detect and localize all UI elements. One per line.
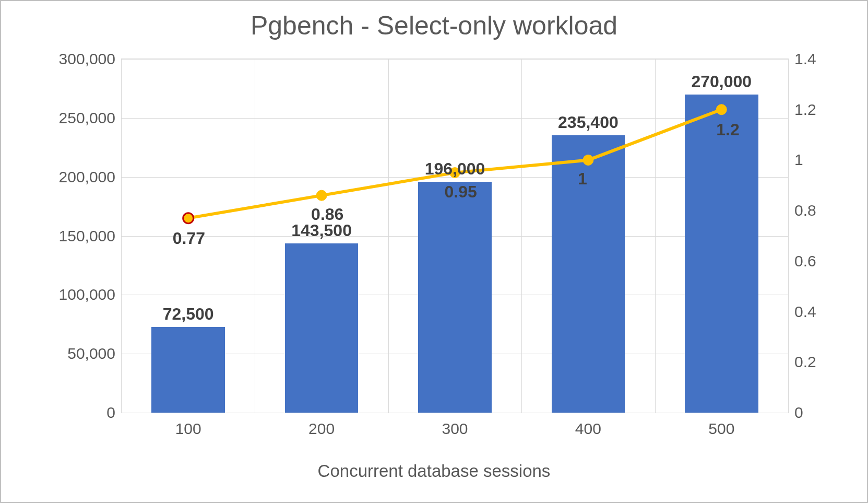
y1-tick-label: 250,000 xyxy=(59,109,122,127)
y1-tick-label: 100,000 xyxy=(59,286,122,303)
x-tick-label: 300 xyxy=(442,413,468,438)
y2-tick-label: 0.4 xyxy=(788,303,816,321)
x-tick-label: 500 xyxy=(708,413,734,438)
line-data-label: 0.86 xyxy=(311,205,343,224)
line-data-label: 1 xyxy=(578,169,587,189)
y2-tick-label: 0.6 xyxy=(788,252,816,270)
plot-area: 72,500143,500196,000235,400270,0000.770.… xyxy=(121,59,789,413)
y1-tick-label: 300,000 xyxy=(59,50,122,68)
y1-tick-label: 200,000 xyxy=(59,168,122,186)
x-axis-label: Concurrent database sessions xyxy=(1,461,867,481)
chart-title: Pgbench - Select-only workload xyxy=(1,10,867,41)
y2-tick-label: 1.2 xyxy=(788,101,816,119)
line-data-label: 0.95 xyxy=(445,182,477,202)
line-data-label: 0.77 xyxy=(173,229,205,248)
line-data-label: 1.2 xyxy=(716,120,739,139)
bar-data-label: 270,000 xyxy=(691,72,752,91)
y2-tick-label: 0.2 xyxy=(788,353,816,371)
x-tick-label: 400 xyxy=(575,413,601,438)
y2-tick-label: 0 xyxy=(788,404,803,422)
chart-container: Pgbench - Select-only workload Physical … xyxy=(0,0,868,503)
bar-data-label: 72,500 xyxy=(163,305,214,324)
x-tick-label: 200 xyxy=(308,413,335,438)
x-tick-label: 100 xyxy=(175,413,201,438)
y1-tick-label: 50,000 xyxy=(67,345,122,362)
data-labels-layer: 72,500143,500196,000235,400270,0000.770.… xyxy=(122,59,788,413)
y2-tick-label: 0.8 xyxy=(788,202,816,219)
y2-tick-label: 1.4 xyxy=(788,50,816,68)
y1-tick-label: 0 xyxy=(106,404,122,422)
bar-data-label: 235,400 xyxy=(558,113,619,132)
bar-data-label: 196,000 xyxy=(425,159,485,179)
y1-tick-label: 150,000 xyxy=(59,227,122,245)
y2-tick-label: 1 xyxy=(788,151,803,169)
